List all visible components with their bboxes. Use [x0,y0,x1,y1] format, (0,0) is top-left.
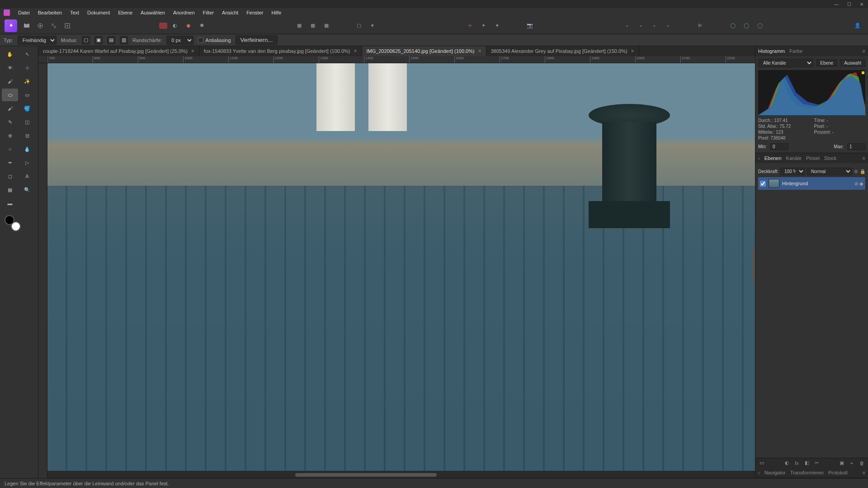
color-swatch[interactable] [5,215,21,231]
minimize-button[interactable]: — [834,1,839,7]
document-tab[interactable]: fox-1540833 Yvette van den Berg pixabay.… [199,46,362,56]
panel-menu-icon[interactable]: ≡ [863,155,865,161]
tab-ebenen[interactable]: Ebenen [764,155,782,161]
tab-farbe[interactable]: Farbe [789,48,802,54]
target-icon[interactable]: ✦ [478,20,490,32]
menu-dokument[interactable]: Dokument [84,9,113,16]
document-tab[interactable]: couple-1718244 Karen Warfel auf Pixabay.… [38,46,199,56]
blur-tool[interactable]: 💧 [19,143,35,155]
selection-brush-tool[interactable]: 🖌 [2,75,18,88]
verfeinern-button[interactable]: Verfeinern... [236,35,278,45]
hand-tool[interactable]: ✋ [2,48,18,61]
panel-menu-icon[interactable]: ≡ [863,48,865,54]
close-icon[interactable]: × [354,48,357,54]
menu-bearbeiten[interactable]: Bearbeiten [34,9,66,16]
dropdown-icon[interactable]: ▾ [367,20,378,32]
ebene-button[interactable]: Ebene [816,59,837,67]
layer-add-icon[interactable]: + [848,460,855,467]
layer-fx-icon[interactable]: fx [793,460,801,467]
selection-add-icon[interactable]: ▦ [307,20,319,32]
maximize-button[interactable]: ☐ [846,1,852,7]
close-icon[interactable]: × [191,48,194,54]
close-icon[interactable]: × [631,48,634,54]
modus-int-icon[interactable]: ▥ [120,36,128,44]
tab-stock[interactable]: Stock [824,155,837,161]
align-icon[interactable]: ⊫ [694,20,706,32]
fill-tool[interactable]: 🪣 [19,102,35,115]
tab-histogramm[interactable]: Histogramm [758,48,785,54]
layer-name[interactable]: Hintergrund [782,181,852,186]
selection-sub-icon[interactable]: ▦ [321,20,332,32]
node-tool[interactable]: ▷ [19,156,35,169]
arrange-3-icon[interactable]: ▫ [648,20,660,32]
arrange-4-icon[interactable]: ▫ [662,20,674,32]
persona-photo-button[interactable] [21,20,33,32]
swatch-red-icon[interactable] [159,23,167,29]
tab-navigator[interactable]: Navigator [764,470,786,475]
zoom-tool[interactable]: 🔍 [19,183,35,196]
canvas[interactable] [47,63,755,471]
modus-sub-icon[interactable]: ▤ [107,36,115,44]
modus-add-icon[interactable]: ▣ [94,36,103,44]
grid-tool[interactable]: ▦ [2,183,18,196]
vertical-scrollbar[interactable] [752,247,755,283]
text-tool[interactable]: A [19,170,35,183]
blendmode-select[interactable]: Normal [807,168,852,175]
layer-visibility-checkbox[interactable] [760,181,766,187]
eraser-tool[interactable]: ◫ [19,116,35,128]
pen-tool[interactable]: ✒ [2,156,18,169]
tab-protokoll[interactable]: Protokoll [828,470,848,475]
tab-kanaele[interactable]: Kanäle [786,155,802,161]
opacity-select[interactable]: 100 % [780,168,805,175]
layer-link-icon[interactable]: ⊘ [854,181,858,186]
camera-icon[interactable]: 📷 [524,20,536,32]
menu-text[interactable]: Text [66,9,83,16]
layer-item[interactable]: Hintergrund ⊘◉ [758,177,865,190]
persona-liquify-button[interactable] [34,20,46,32]
layer-fx-icon[interactable]: ◉ [859,181,863,186]
gear-icon[interactable]: ⚙ [854,169,858,174]
brush-tool[interactable]: 🖌 [2,102,18,115]
menu-hilfe[interactable]: Hilfe [268,9,285,16]
stamp-tool[interactable]: ⊟ [19,129,35,142]
layer-blend-icon[interactable]: ◧ [803,460,811,467]
layer-crop-icon[interactable]: ✂ [813,460,821,467]
close-icon[interactable]: × [478,48,481,54]
foreground-color-swatch[interactable] [5,215,14,225]
sync-3-icon[interactable]: ◯ [754,20,766,32]
arrange-1-icon[interactable]: ▫ [621,20,633,32]
typ-select[interactable]: Freihändig [18,36,57,45]
lock-icon[interactable]: 🔒 [860,169,865,174]
layer-adjust-icon[interactable]: ◐ [783,460,791,467]
dodge-tool[interactable]: ○ [2,143,18,155]
ruler-vertical[interactable] [38,63,47,478]
randschaerfe-input[interactable]: 0 px [166,36,193,45]
close-window-button[interactable]: ✕ [859,1,864,7]
account-icon[interactable]: 👤 [852,20,863,32]
max-input[interactable] [847,143,865,150]
move-tool[interactable]: ↖ [19,48,35,61]
marquee-tool[interactable]: ▭ [19,89,35,101]
ruler-horizontal[interactable]: 7008009001000110012001300140015001600170… [47,56,755,63]
antialiasing-checkbox[interactable] [198,38,203,43]
pencil-tool[interactable]: ✎ [2,116,18,128]
color-wheel-icon[interactable]: ◉ [183,20,194,32]
layer-delete-icon[interactable]: 🗑 [858,460,865,467]
crop-icon[interactable]: ⊹ [464,20,476,32]
document-tab[interactable]: IMG_20200625_205140.jpg [Geändert] (100.… [362,46,486,56]
panel-collapse-icon[interactable]: ‹ [758,155,760,161]
arrange-2-icon[interactable]: ▫ [635,20,646,32]
persona-export-button[interactable] [61,20,73,32]
menu-fenster[interactable]: Fenster [243,9,267,16]
crop-tool[interactable]: ⊹ [19,61,35,74]
flood-select-tool[interactable]: ✨ [19,75,35,88]
layer-group-icon[interactable]: ▣ [838,460,845,467]
menu-auswaehlen[interactable]: Auswählen [137,9,169,16]
menu-filter[interactable]: Filter [199,9,217,16]
channel-select[interactable]: Alle Kanäle [758,59,813,67]
layer-mask-icon[interactable]: ▭ [758,460,765,467]
freehand-select-tool[interactable]: ⬭ [2,89,18,101]
selection-new-icon[interactable]: ▦ [293,20,305,32]
menu-anordnen[interactable]: Anordnen [170,9,198,16]
menu-datei[interactable]: Datei [14,9,33,16]
